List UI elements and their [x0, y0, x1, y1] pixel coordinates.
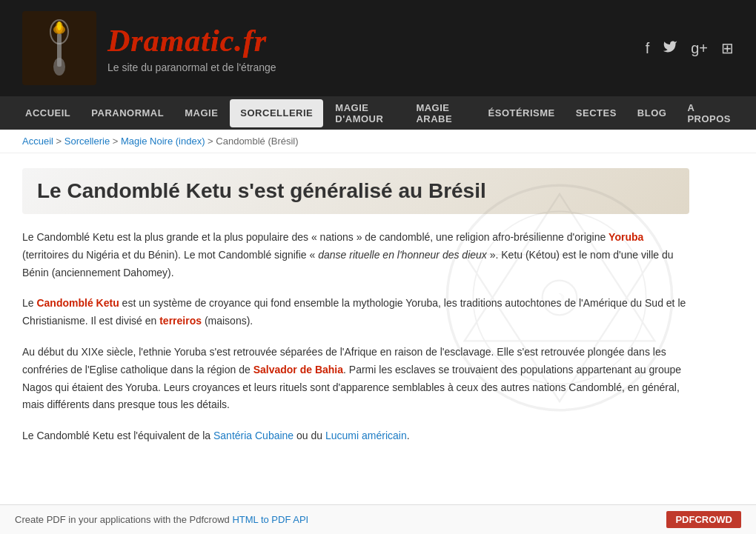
- breadcrumb-current: Candomblé (Brésil): [216, 136, 298, 147]
- nav-apropos[interactable]: A PROPOS: [677, 96, 741, 130]
- nav-magie-amour[interactable]: MAGIE D'AMOUR: [325, 96, 405, 130]
- paragraph-1: Le Candomblé Ketu est la plus grande et …: [22, 229, 689, 281]
- page-title: Le Candomblé Ketu s'est généralisé au Br…: [22, 168, 689, 214]
- link-terreiros[interactable]: terreiros: [159, 315, 202, 327]
- logo-subtitle: Le site du paranormal et de l'étrange: [107, 61, 276, 73]
- nav-paranormal[interactable]: PARANORMAL: [81, 96, 174, 130]
- breadcrumb-sorcellerie[interactable]: Sorcellerie: [64, 136, 110, 147]
- link-santeria[interactable]: Santéria Cubaine: [213, 430, 294, 441]
- nav-magie-arabe[interactable]: MAGIE ARABE: [405, 96, 477, 130]
- googleplus-icon[interactable]: g+: [691, 40, 708, 57]
- breadcrumb-magie-noire[interactable]: Magie Noire (index): [121, 136, 205, 147]
- breadcrumb-accueil[interactable]: Accueil: [22, 136, 53, 147]
- main-nav: ACCUEIL PARANORMAL MAGIE SORCELLERIE MAG…: [0, 96, 756, 130]
- nav-sectes[interactable]: SECTES: [566, 96, 627, 130]
- facebook-icon[interactable]: f: [646, 40, 650, 57]
- nav-accueil[interactable]: ACCUEIL: [15, 96, 81, 130]
- social-icons: f g+ ⊞: [646, 39, 734, 58]
- header-left: Dramatic.fr Le site du paranormal et de …: [22, 11, 276, 85]
- paragraph-4: Le Candomblé Ketu est l'équivalent de la…: [22, 427, 689, 445]
- nav-magie[interactable]: MAGIE: [174, 96, 228, 130]
- logo-text-block: Dramatic.fr Le site du paranormal et de …: [107, 23, 276, 73]
- link-salvador[interactable]: Salvador de Bahia: [253, 364, 343, 376]
- link-lucumi[interactable]: Lucumi américain: [325, 430, 407, 441]
- nav-sorcellerie[interactable]: SORCELLERIE: [230, 99, 323, 127]
- logo-title[interactable]: Dramatic.fr: [107, 23, 276, 59]
- logo-image: [22, 11, 96, 85]
- nav-blog[interactable]: BLOG: [627, 96, 677, 130]
- svg-point-5: [57, 21, 62, 30]
- paragraph-3: Au début du XIXe siècle, l'ethnie Yoruba…: [22, 344, 689, 414]
- main-inner: ☽ Le Candomblé Ketu s'est généralisé au …: [22, 168, 689, 445]
- nav-esoterisme[interactable]: ÉSOTÉRISME: [478, 96, 566, 130]
- breadcrumb: Accueil > Sorcellerie > Magie Noire (ind…: [0, 130, 756, 153]
- twitter-icon[interactable]: [663, 39, 677, 58]
- main-content: ☽ Le Candomblé Ketu s'est généralisé au …: [0, 153, 712, 473]
- windows-icon[interactable]: ⊞: [721, 39, 734, 57]
- svg-rect-1: [57, 33, 62, 67]
- link-yoruba[interactable]: Yoruba: [609, 231, 643, 243]
- site-header: Dramatic.fr Le site du paranormal et de …: [0, 0, 756, 96]
- article-content: Le Candomblé Ketu est la plus grande et …: [22, 229, 689, 445]
- paragraph-2: Le Candomblé Ketu est un système de croy…: [22, 295, 689, 330]
- link-candomble-ketu[interactable]: Candomblé Ketu: [36, 297, 119, 309]
